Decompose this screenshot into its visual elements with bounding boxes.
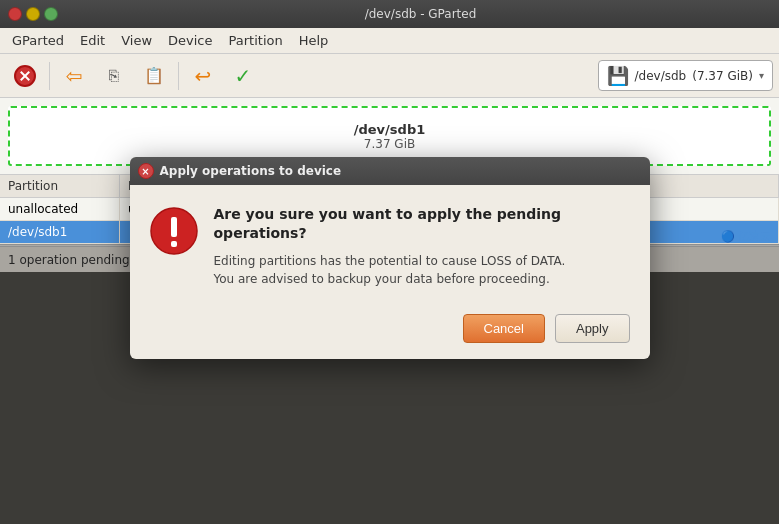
copy-btn[interactable]: ⎘ [95, 58, 133, 94]
undo-icon: ⇦ [66, 64, 83, 88]
disk-icon: 💾 [607, 65, 629, 86]
dialog-content: Are you sure you want to apply the pendi… [214, 205, 630, 287]
menu-device[interactable]: Device [160, 30, 220, 51]
chevron-down-icon: ▾ [759, 70, 764, 81]
dialog-message-line2: You are advised to backup your data befo… [214, 272, 550, 286]
disk-partition-label: /dev/sdb1 [354, 122, 426, 137]
paste-icon: 📋 [144, 66, 164, 85]
dialog-close-button[interactable]: × [138, 163, 154, 179]
dialog-message-line1: Editing partitions has the potential to … [214, 254, 566, 268]
watermark: 🔵 亿速云 [721, 229, 772, 244]
window-title: /dev/sdb - GParted [70, 7, 771, 21]
device-label: /dev/sdb [635, 69, 687, 83]
toolbar-separator-2 [178, 62, 179, 90]
disk-size-label: 7.37 GiB [364, 137, 415, 151]
cancel-button[interactable]: Cancel [463, 314, 545, 343]
back-icon: ↩ [195, 64, 212, 88]
dialog: × Apply operations to device Are you sur… [130, 157, 650, 358]
watermark-text: 🔵 亿速云 [721, 230, 772, 243]
cell-partition-1: /dev/sdb1 [0, 221, 120, 243]
device-selector[interactable]: 💾 /dev/sdb (7.37 GiB) ▾ [598, 60, 773, 91]
dialog-message: Editing partitions has the potential to … [214, 252, 630, 288]
copy-icon: ⎘ [109, 66, 119, 85]
minimize-button[interactable] [26, 7, 40, 21]
apply-button[interactable]: Apply [555, 314, 630, 343]
maximize-button[interactable] [44, 7, 58, 21]
dialog-title: Apply operations to device [160, 164, 342, 178]
device-size: (7.37 GiB) [692, 69, 753, 83]
menu-view[interactable]: View [113, 30, 160, 51]
menu-help[interactable]: Help [291, 30, 337, 51]
menubar: GParted Edit View Device Partition Help [0, 28, 779, 54]
menu-partition[interactable]: Partition [221, 30, 291, 51]
toolbar: ⇦ ⎘ 📋 ↩ ✓ 💾 /dev/sdb (7.37 GiB) ▾ [0, 54, 779, 98]
dialog-body: Are you sure you want to apply the pendi… [130, 185, 650, 303]
no-btn[interactable] [6, 58, 44, 94]
apply-check-icon: ✓ [235, 64, 252, 88]
dialog-heading: Are you sure you want to apply the pendi… [214, 205, 630, 241]
main-area: ↻ Format /dev/sdb1 as fat32 🔵 亿速云 1 oper… [0, 244, 779, 272]
apply-btn[interactable]: ✓ [224, 58, 262, 94]
dialog-footer: Cancel Apply [130, 304, 650, 359]
modal-overlay: × Apply operations to device Are you sur… [0, 244, 779, 272]
toolbar-separator-1 [49, 62, 50, 90]
close-button[interactable] [8, 7, 22, 21]
paste-btn[interactable]: 📋 [135, 58, 173, 94]
menu-edit[interactable]: Edit [72, 30, 113, 51]
cell-partition-0: unallocated [0, 198, 120, 220]
dialog-titlebar: × Apply operations to device [130, 157, 650, 185]
col-partition: Partition [0, 175, 120, 197]
titlebar: /dev/sdb - GParted [0, 0, 779, 28]
undo-btn[interactable]: ⇦ [55, 58, 93, 94]
warning-icon [150, 207, 198, 255]
no-icon [14, 65, 36, 87]
svg-rect-1 [171, 217, 177, 237]
window-controls[interactable] [8, 7, 58, 21]
back-btn[interactable]: ↩ [184, 58, 222, 94]
svg-rect-2 [171, 241, 177, 247]
close-icon: × [141, 166, 149, 177]
menu-gparted[interactable]: GParted [4, 30, 72, 51]
